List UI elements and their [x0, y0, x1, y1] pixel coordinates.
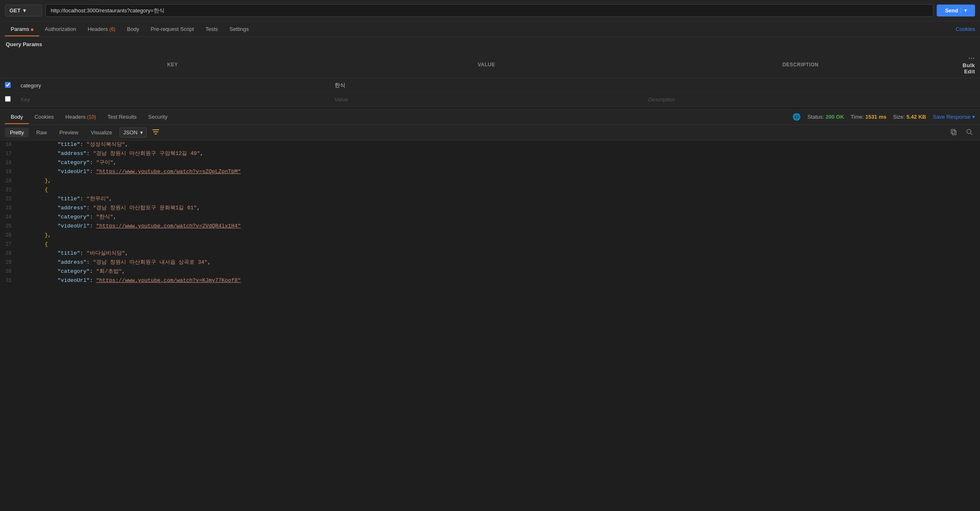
tab-response-cookies[interactable]: Cookies: [29, 110, 60, 124]
line-num-20: 20: [0, 177, 17, 186]
code-line-21: 21 {: [0, 186, 980, 195]
line-num-27: 27: [0, 240, 17, 249]
tab-headers[interactable]: Headers (6): [82, 22, 121, 36]
tab-authorization[interactable]: Authorization: [39, 22, 82, 36]
line-num-19: 19: [0, 168, 17, 177]
svg-rect-4: [951, 129, 955, 134]
tab-tests[interactable]: Tests: [200, 22, 224, 36]
method-select[interactable]: GET ▾: [5, 5, 42, 16]
code-line-22: 22 "title": "한우리",: [0, 195, 980, 204]
bulk-edit-button[interactable]: Bulk Edit: [963, 62, 975, 75]
response-tabs-bar: Body Cookies Headers (10) Test Results S…: [0, 109, 980, 125]
table-row: category 한식: [0, 78, 980, 93]
empty-actions-cell: [958, 93, 980, 107]
line-content-23: "address": "경남 창원시 마산합포구 문화북1길 61",: [17, 204, 980, 213]
request-section: Query Params KEY VALUE DESCRIPTION ··· B…: [0, 37, 980, 107]
empty-key-cell: Key: [16, 93, 330, 107]
tab-prerequest-label: Pre-request Script: [151, 26, 194, 32]
save-response-label: Save Response: [933, 114, 971, 120]
code-line-24: 24 "category": "한식",: [0, 213, 980, 222]
format-tab-pretty[interactable]: Pretty: [5, 128, 29, 137]
key-placeholder[interactable]: Key: [21, 96, 30, 103]
tab-settings[interactable]: Settings: [224, 22, 255, 36]
empty-value-cell: Value: [330, 93, 643, 107]
save-response-button[interactable]: Save Response ▾: [933, 114, 975, 120]
tab-response-cookies-label: Cookies: [35, 114, 54, 120]
line-num-30: 30: [0, 267, 17, 277]
tab-params[interactable]: Params: [5, 22, 39, 36]
line-content-28: "title": "바다실비식당",: [17, 249, 980, 258]
method-label: GET: [9, 7, 21, 14]
line-content-29: "address": "경남 창원시 마산회원구 내서읍 상곡로 34",: [17, 258, 980, 267]
filter-icon[interactable]: [152, 129, 160, 137]
tab-body[interactable]: Body: [121, 22, 145, 36]
check-col-header: [0, 52, 16, 78]
empty-desc-cell: Description: [643, 93, 958, 107]
line-num-21: 21: [0, 186, 17, 195]
format-tab-visualize[interactable]: Visualize: [86, 128, 117, 137]
json-format-select[interactable]: JSON ▾: [120, 127, 147, 138]
line-num-18: 18: [0, 159, 17, 168]
line-content-30: "category": "회/초밥",: [17, 267, 980, 277]
more-button[interactable]: ···: [968, 55, 975, 62]
row-desc-cell: [643, 78, 958, 93]
value-col-header: VALUE: [330, 52, 643, 78]
tab-response-headers[interactable]: Headers (10): [60, 110, 102, 124]
format-tab-raw[interactable]: Raw: [31, 128, 52, 137]
line-content-22: "title": "한우리",: [17, 195, 980, 204]
params-table: KEY VALUE DESCRIPTION ··· Bulk Edit cate…: [0, 52, 980, 107]
line-num-28: 28: [0, 249, 17, 258]
tab-body-label: Body: [127, 26, 139, 32]
tab-response-body[interactable]: Body: [5, 110, 29, 124]
time-info: Time: 1531 ms: [851, 114, 886, 120]
desc-col-header: DESCRIPTION: [643, 52, 958, 78]
send-arrow: ▾: [961, 8, 967, 13]
desc-placeholder[interactable]: Description: [648, 96, 675, 103]
response-tabs-right: 🌐 Status: 200 OK Time: 1531 ms Size: 5.4…: [792, 113, 975, 121]
cookies-link[interactable]: Cookies: [956, 26, 975, 32]
line-num-24: 24: [0, 213, 17, 222]
line-content-25: "videoUrl": "https://www.youtube.com/wat…: [17, 222, 980, 231]
empty-check-cell: [0, 93, 16, 107]
line-content-20: },: [17, 177, 980, 186]
value-placeholder[interactable]: Value: [335, 96, 348, 103]
save-response-arrow: ▾: [972, 114, 975, 120]
query-params-title: Query Params: [0, 37, 980, 52]
empty-row: Key Value Description: [0, 93, 980, 107]
url-input[interactable]: [45, 4, 933, 17]
line-content-26: },: [17, 231, 980, 240]
code-line-23: 23 "address": "경남 창원시 마산합포구 문화북1길 61",: [0, 204, 980, 213]
tab-test-results[interactable]: Test Results: [102, 110, 143, 124]
param-key: category: [21, 82, 41, 89]
send-button[interactable]: Send ▾: [937, 5, 975, 16]
search-icon[interactable]: [964, 128, 975, 138]
copy-icon[interactable]: [948, 128, 959, 138]
line-content-24: "category": "한식",: [17, 213, 980, 222]
tab-prerequest[interactable]: Pre-request Script: [145, 22, 200, 36]
tab-security[interactable]: Security: [143, 110, 173, 124]
code-line-29: 29 "address": "경남 창원시 마산회원구 내서읍 상곡로 34",: [0, 258, 980, 267]
row-value-cell: 한식: [330, 78, 643, 93]
code-line-30: 30 "category": "회/초밥",: [0, 267, 980, 277]
tab-params-label: Params: [11, 26, 29, 32]
tab-security-label: Security: [148, 114, 168, 120]
line-num-29: 29: [0, 258, 17, 267]
param-value: 한식: [335, 82, 345, 88]
json-format-label: JSON: [123, 129, 138, 136]
send-label: Send: [945, 7, 958, 14]
code-area[interactable]: 16 "title": "성성식복식당", 17 "address": "경남 …: [0, 141, 980, 511]
format-bar-right: [948, 128, 975, 138]
json-format-arrow: ▾: [140, 129, 143, 136]
line-num-25: 25: [0, 222, 17, 231]
row-checkbox[interactable]: [5, 82, 11, 88]
svg-rect-3: [952, 131, 956, 135]
format-bar-left: Pretty Raw Preview Visualize JSON ▾: [5, 127, 160, 138]
code-line-19: 19 "videoUrl": "https://www.youtube.com/…: [0, 168, 980, 177]
svg-line-6: [971, 133, 972, 135]
globe-icon: 🌐: [792, 113, 801, 121]
tab-response-body-label: Body: [11, 114, 23, 120]
format-tab-preview[interactable]: Preview: [54, 128, 83, 137]
empty-checkbox[interactable]: [5, 96, 11, 102]
status-label: Status: 200 OK: [807, 114, 844, 120]
code-line-26: 26 },: [0, 231, 980, 240]
